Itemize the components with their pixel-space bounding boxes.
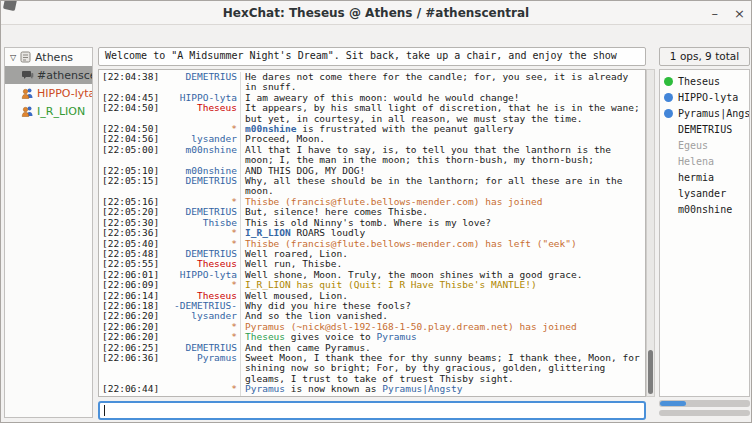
message-timestamp: [22:04:38] [102, 72, 160, 93]
message-text: Why, all these should be in the lanthorn… [240, 176, 645, 197]
userlist-item[interactable]: Pyramus|Angsty [660, 105, 749, 121]
channel-label: #athenscentral [37, 69, 92, 82]
userlist-hscrollbar[interactable] [659, 400, 750, 407]
chat-message-row: [22:05:30] Thisbe This is old Ninny's to… [102, 218, 645, 228]
userlist-hscrollbar-thumb[interactable] [660, 401, 686, 406]
message-timestamp: [22:05:36] [102, 228, 160, 238]
message-nick: -DEMETRIUS- [160, 301, 240, 311]
message-nick: * [160, 322, 240, 332]
chat-message-row: [22:06:20] * Theseus gives voice to Pyra… [102, 332, 645, 342]
chat-message-row: [22:05:15] DEMETRIUS Why, all these shou… [102, 176, 645, 197]
message-nick: m00nshine [160, 145, 240, 166]
user-name: Pyramus|Angsty [678, 108, 750, 119]
window-title: HexChat: Theseus @ Athens / #athenscentr… [1, 6, 751, 20]
menu-item[interactable] [49, 34, 67, 38]
sidebar-item-channel-athenscentral[interactable]: #athenscentral [5, 66, 92, 84]
message-timestamp: [22:06:20] [102, 332, 160, 342]
message-text: Sweet Moon, I thank thee for thy sunny b… [240, 353, 645, 384]
message-nick: * [160, 228, 240, 238]
userlist-item[interactable]: Egeus [660, 137, 749, 153]
message-text: But stay, O spite! But mark, poor knight… [240, 395, 645, 397]
tree-expander-icon[interactable]: ▽ [7, 53, 19, 62]
userlist-item[interactable]: DEMETRIUS [660, 121, 749, 137]
user-name: Theseus [678, 76, 720, 87]
close-button[interactable]: × [734, 7, 745, 20]
chat-message-row: [22:06:36] Pyramus Sweet Moon, I thank t… [102, 353, 645, 384]
chat-message-row: [22:05:00] m00nshine All that I have to … [102, 145, 645, 166]
userlist-header: 1 ops, 9 total [659, 47, 750, 66]
user-name: hermia [678, 172, 714, 183]
user-name: lysander [678, 188, 726, 199]
chat-message-row: [22:04:38] DEMETRIUS He dares not come t… [102, 72, 645, 93]
chat-message-row: [22:05:48] DEMETRIUS Well roared, Lion. [102, 249, 645, 259]
chat-message-area: [22:04:38] DEMETRIUS He dares not come t… [98, 69, 646, 397]
user-name: HIPPO-lyta [678, 92, 738, 103]
message-timestamp: [22:06:09] [102, 280, 160, 290]
message-nick: DEMETRIUS [160, 249, 240, 259]
message-nick: lysander [160, 134, 240, 144]
menu-item[interactable] [9, 34, 27, 38]
chat-scrollbar-thumb[interactable] [648, 350, 653, 394]
sidebar-item-hippo-lyta[interactable]: HIPPO-lyta [5, 84, 92, 102]
user-name: m00nshine [678, 204, 732, 215]
message-input[interactable] [98, 401, 646, 420]
message-text: He dares not come there for the candle; … [240, 72, 645, 93]
user-mode-dot-icon [664, 93, 673, 102]
message-nick: * [160, 332, 240, 342]
chat-message-row: [22:06:09] * I_R_LION has quit (Quit: I … [102, 280, 645, 290]
message-text: All that I have to say, is, to tell you … [240, 145, 645, 166]
chat-message-row: [22:04:50] Theseus It appears, by his sm… [102, 103, 645, 124]
message-nick: DEMETRIUS [160, 207, 240, 217]
user-mode-dot-icon [664, 77, 673, 86]
message-timestamp: [22:06:36] [102, 353, 160, 384]
userlist-item[interactable]: hermia [660, 169, 749, 185]
message-nick: DEMETRIUS [160, 72, 240, 93]
message-nick: * [160, 197, 240, 207]
chat-message-row: [22:06:48] Pyramus|Angsty But stay, O sp… [102, 395, 645, 397]
message-nick: Thisbe [160, 218, 240, 228]
chat-message-row: [22:04:50] * m00nshine is frustrated wit… [102, 124, 645, 134]
menu-item[interactable] [29, 34, 47, 38]
message-timestamp: [22:06:48] [102, 395, 160, 397]
message-nick: HIPPO-lyta [160, 270, 240, 280]
message-text: It appears, by his small light of discre… [240, 103, 645, 124]
minimize-button[interactable]: – [712, 7, 719, 20]
menu-item[interactable] [89, 34, 107, 38]
userlist-item[interactable]: m00nshine [660, 201, 749, 217]
chat-scrollbar[interactable] [646, 69, 655, 397]
menu-item[interactable] [109, 34, 127, 38]
message-nick: * [160, 124, 240, 134]
message-nick: HIPPO-lyta [160, 93, 240, 103]
userlist-item[interactable]: Theseus [660, 73, 749, 89]
message-nick: Theseus [160, 103, 240, 124]
message-nick: Pyramus|Angsty [160, 395, 240, 397]
people-icon [21, 87, 34, 99]
chat-message-row: [22:05:40] * Thisbe (francis@flute.bello… [102, 239, 645, 249]
menu-item[interactable] [69, 34, 87, 38]
message-nick: Pyramus [160, 353, 240, 384]
userlist: Theseus HIPPO-lyta Pyramus|Angsty DEMETR… [659, 69, 750, 397]
user-name: DEMETRIUS [678, 124, 732, 135]
server-tree-panel: ▽ Athens #athenscentral H [4, 47, 93, 418]
sidebar-item-athens-server[interactable]: ▽ Athens [5, 48, 92, 66]
userlist-item[interactable]: lysander [660, 185, 749, 201]
server-label: Athens [35, 51, 73, 64]
message-nick: * [160, 239, 240, 249]
userlist-item[interactable]: HIPPO-lyta [660, 89, 749, 105]
server-icon [19, 51, 32, 63]
message-timestamp: [22:05:15] [102, 176, 160, 197]
userlist-hscrollbar-track2[interactable] [659, 410, 750, 416]
user-name: Egeus [678, 140, 708, 151]
dialog-label: I_R_LION [37, 105, 85, 118]
hexchat-window: HexChat: Theseus @ Athens / #athenscentr… [0, 0, 752, 423]
window-controls: – × [712, 1, 745, 25]
dialog-label: HIPPO-lyta [37, 87, 92, 100]
message-nick: m00nshine [160, 166, 240, 176]
message-timestamp: [22:05:00] [102, 145, 160, 166]
titlebar[interactable]: HexChat: Theseus @ Athens / #athenscentr… [1, 1, 751, 25]
message-nick: lysander [160, 311, 240, 321]
topic-bar[interactable]: Welcome to "A Midsummer Night's Dream". … [98, 47, 646, 66]
userlist-item[interactable]: Helena [660, 153, 749, 169]
sidebar-item-i-r-lion[interactable]: I_R_LION [5, 102, 92, 120]
channel-icon [21, 69, 34, 81]
